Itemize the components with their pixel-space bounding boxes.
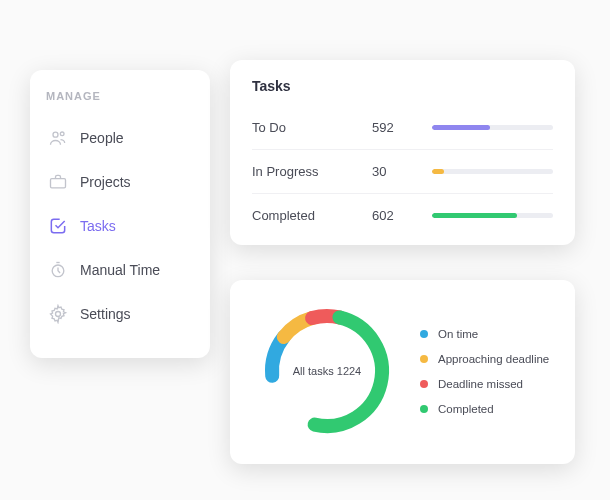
sidebar-item-label: Manual Time [80, 262, 160, 278]
task-count: 602 [372, 208, 432, 223]
task-label: Completed [252, 208, 372, 223]
sidebar-item-tasks[interactable]: Tasks [46, 204, 194, 248]
donut-card: All tasks 1224 On timeApproaching deadli… [230, 280, 575, 464]
sidebar-item-label: Tasks [80, 218, 116, 234]
svg-point-0 [53, 132, 58, 137]
sidebar-item-people[interactable]: People [46, 116, 194, 160]
sidebar: MANAGE People Projects Tasks Manual Time… [30, 70, 210, 358]
task-count: 30 [372, 164, 432, 179]
sidebar-item-projects[interactable]: Projects [46, 160, 194, 204]
legend-dot [420, 405, 428, 413]
tasks-card: Tasks To Do592In Progress30Completed602 [230, 60, 575, 245]
legend-dot [420, 380, 428, 388]
svg-rect-2 [51, 179, 66, 188]
task-label: In Progress [252, 164, 372, 179]
legend-dot [420, 330, 428, 338]
legend-label: Deadline missed [438, 378, 523, 390]
task-progress-fill [432, 169, 444, 174]
legend-label: On time [438, 328, 478, 340]
legend-item: Completed [420, 403, 549, 415]
legend-dot [420, 355, 428, 363]
sidebar-item-settings[interactable]: Settings [46, 292, 194, 336]
task-row: To Do592 [252, 106, 553, 150]
tasks-title: Tasks [252, 78, 553, 94]
sidebar-item-label: People [80, 130, 124, 146]
task-progress-fill [432, 125, 490, 130]
task-progress-track [432, 125, 553, 130]
sidebar-item-label: Settings [80, 306, 131, 322]
svg-point-1 [60, 132, 64, 136]
legend-label: Completed [438, 403, 494, 415]
task-count: 592 [372, 120, 432, 135]
legend-item: Deadline missed [420, 378, 549, 390]
people-icon [48, 128, 68, 148]
donut-center-label: All tasks 1224 [252, 296, 402, 446]
donut-chart: All tasks 1224 [252, 296, 402, 446]
briefcase-icon [48, 172, 68, 192]
task-progress-track [432, 213, 553, 218]
sidebar-heading: MANAGE [46, 90, 194, 102]
legend-label: Approaching deadline [438, 353, 549, 365]
legend-item: Approaching deadline [420, 353, 549, 365]
gear-icon [48, 304, 68, 324]
task-progress-track [432, 169, 553, 174]
svg-point-4 [56, 312, 61, 317]
legend-item: On time [420, 328, 549, 340]
sidebar-item-manual-time[interactable]: Manual Time [46, 248, 194, 292]
task-row: Completed602 [252, 194, 553, 237]
timer-icon [48, 260, 68, 280]
donut-legend: On timeApproaching deadlineDeadline miss… [420, 328, 549, 415]
task-progress-fill [432, 213, 517, 218]
sidebar-item-label: Projects [80, 174, 131, 190]
task-label: To Do [252, 120, 372, 135]
task-row: In Progress30 [252, 150, 553, 194]
task-check-icon [48, 216, 68, 236]
